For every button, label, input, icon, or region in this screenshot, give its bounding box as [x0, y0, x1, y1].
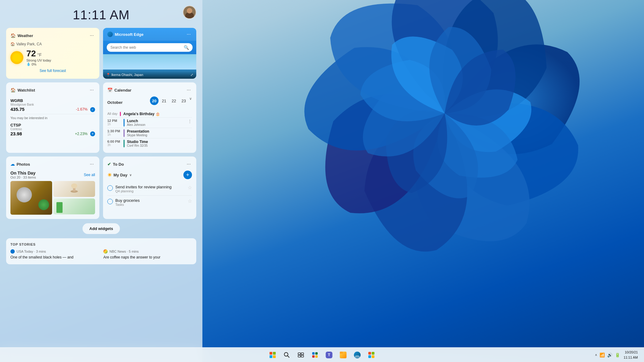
allday-event-bar: [120, 112, 121, 116]
story-item-1: USA Today · 3 mins One of the smallest b…: [10, 249, 99, 260]
todo-check-groceries[interactable]: [107, 199, 113, 204]
stock-add-button[interactable]: +: [90, 131, 95, 136]
calendar-month: October: [107, 100, 123, 105]
event-options-lunch[interactable]: ⋮: [188, 119, 192, 126]
edge-logo-icon: [107, 32, 113, 37]
weather-title: Weather: [17, 33, 33, 38]
todo-my-day-label: My Day: [113, 173, 128, 177]
edge-expand-icon[interactable]: ⤢: [190, 73, 193, 77]
event-time-studio: 6:00 PM 3h: [107, 140, 121, 147]
explorer-taskbar-button[interactable]: [337, 349, 350, 361]
teams-taskbar-button[interactable]: T: [323, 349, 335, 361]
weather-widget: 🏠 Weather ··· 🏠 Valley Park, CA 72 °F St…: [6, 28, 99, 79]
photos-more-button[interactable]: ···: [89, 161, 95, 168]
todo-title-groceries: Buy groceries: [115, 198, 185, 203]
svg-point-5: [284, 353, 288, 356]
story-source-2: NBC News · 5 mins: [103, 249, 192, 254]
edge-taskbar-button[interactable]: [351, 349, 364, 361]
stock-item-ctsp: CTSP Contoso 23.98 +2.23% +: [10, 121, 95, 138]
event-name-lunch: Lunch: [127, 119, 185, 123]
win-quad-4: [273, 355, 276, 358]
event-time-pres: 1:30 PM 1h: [107, 129, 121, 137]
edge-search-bar[interactable]: 🔍: [107, 43, 193, 52]
todo-sub-groceries: Tasks: [115, 203, 185, 206]
win-quad-1: [270, 352, 272, 355]
edge-search-input[interactable]: [110, 45, 181, 50]
see-forecast-link[interactable]: See full forecast: [10, 69, 95, 73]
stock-price-ctsp: 23.98: [10, 131, 22, 136]
calendar-date-21[interactable]: 21: [160, 96, 168, 105]
weather-temp: 72: [26, 49, 36, 58]
stock-change-ctsp: +2.23%: [75, 132, 88, 136]
calendar-event-studio: 6:00 PM 3h Studio Time Conf Rm 32/35: [107, 138, 192, 149]
calendar-date-today[interactable]: 20: [150, 96, 159, 105]
todo-sub-invites: Q4 planning: [115, 189, 185, 193]
event-time-lunch: 12 PM 1h: [107, 119, 121, 126]
store-taskbar-button[interactable]: [365, 349, 378, 361]
story-headline-1: One of the smallest black holes — and: [10, 255, 99, 260]
calendar-more-dates[interactable]: ∨: [189, 96, 192, 105]
event-sub-pres: Skype Meeting: [127, 134, 192, 137]
task-view-button[interactable]: [294, 349, 307, 361]
watchlist-icon: 🏠: [10, 88, 16, 92]
event-sub-studio: Conf Rm 32/35: [127, 144, 192, 147]
event-name-pres: Presentation: [127, 129, 192, 134]
todo-check-invites[interactable]: [107, 185, 113, 191]
edge-sky: [103, 54, 196, 70]
taskbar-datetime[interactable]: 10/20/21 11:11 AM: [624, 350, 638, 360]
taskbar-time: 11:11 AM: [624, 355, 638, 360]
edge-more-button[interactable]: ···: [186, 31, 192, 38]
windows-logo-icon: [270, 352, 276, 358]
svg-rect-10: [301, 355, 304, 357]
svg-rect-13: [312, 355, 315, 358]
svg-rect-11: [312, 352, 315, 355]
story-headline-2: Are coffee naps the answer to your: [103, 255, 192, 260]
story-item-2: NBC News · 5 mins Are coffee naps the an…: [103, 249, 192, 260]
svg-rect-16: [372, 352, 374, 355]
photo-thumb-1: [10, 181, 52, 215]
widgets-taskbar-button[interactable]: [309, 349, 321, 361]
top-stories-section: TOP STORIES USA Today · 3 mins One of th…: [6, 238, 196, 264]
stories-grid: USA Today · 3 mins One of the smallest b…: [10, 249, 192, 260]
photos-see-all-link[interactable]: See all: [84, 173, 95, 177]
weather-more-button[interactable]: ···: [89, 32, 95, 39]
todo-more-button[interactable]: ···: [186, 161, 192, 168]
allday-event-name: Angela's Birthday 🎂: [123, 112, 192, 116]
wifi-icon[interactable]: 📶: [600, 353, 605, 357]
calendar-dates: 20 21 22 23 ∨: [150, 96, 192, 105]
profile-avatar[interactable]: [183, 6, 196, 19]
explorer-icon: [340, 352, 347, 358]
battery-icon[interactable]: 🔋: [615, 353, 620, 357]
calendar-event-presentation: 1:30 PM 1h Presentation Skype Meeting: [107, 128, 192, 138]
add-widgets-button[interactable]: Add widgets: [82, 223, 120, 234]
event-bar-studio: [124, 140, 125, 147]
todo-item-invites: Send invites for review planning Q4 plan…: [107, 182, 192, 196]
event-bar-lunch: [124, 119, 125, 126]
calendar-date-22[interactable]: 22: [170, 96, 178, 105]
start-button[interactable]: [266, 349, 279, 361]
todo-star-groceries[interactable]: ☆: [188, 198, 192, 204]
todo-chevron-icon[interactable]: ∨: [129, 173, 132, 177]
volume-icon[interactable]: 🔊: [607, 353, 612, 357]
task-view-icon: [298, 352, 304, 358]
todo-widget: ✔ To Do ··· ☀ My Day ∨ + Send invites fo…: [103, 156, 196, 219]
todo-star-invites[interactable]: ☆: [188, 185, 192, 190]
search-taskbar-button[interactable]: [280, 349, 293, 361]
story-source-name-2: NBC News · 5 mins: [109, 250, 139, 253]
chevron-up-icon[interactable]: ∧: [595, 353, 597, 356]
watchlist-more-button[interactable]: ···: [89, 87, 95, 93]
stock-name-ctsp: Contoso: [10, 127, 95, 131]
calendar-more-button[interactable]: ···: [186, 87, 192, 93]
win-quad-2: [273, 352, 276, 355]
svg-rect-8: [301, 353, 304, 355]
watchlist-title: Watchlist: [17, 88, 35, 92]
todo-sun-icon: ☀: [107, 172, 112, 178]
photos-icon: ☁: [10, 162, 15, 167]
todo-add-button[interactable]: +: [183, 171, 192, 179]
story-source-name-1: USA Today · 3 mins: [17, 250, 46, 253]
calendar-date-23[interactable]: 23: [179, 96, 188, 105]
stock-price-wgrb: 435.75: [10, 107, 25, 112]
photos-title: Photos: [17, 162, 30, 167]
taskbar: T ∧ 📶 🔊 🔋 10/20/21: [0, 347, 644, 362]
weather-sun-icon: [10, 51, 23, 64]
